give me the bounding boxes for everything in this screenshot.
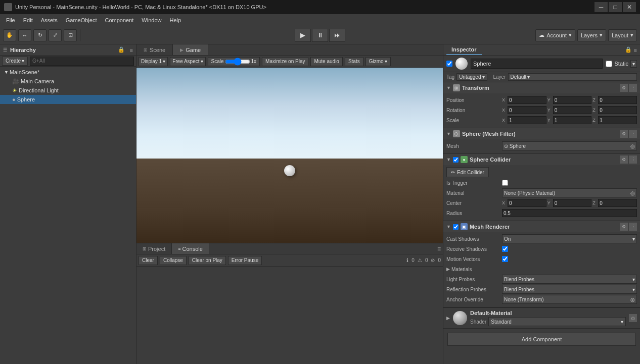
material-shader-dropdown[interactable]: Standard ▾ xyxy=(488,317,626,326)
layers-dropdown[interactable]: Layers ▾ xyxy=(577,29,606,41)
transform-header[interactable]: ▼ ⊞ Transform ⚙ ⋮ xyxy=(443,82,640,93)
hierarchy-item-directionallight[interactable]: ☀ Directional Light xyxy=(0,86,136,95)
tool-move[interactable]: ↔ xyxy=(18,29,31,41)
transform-more-icon[interactable]: ⋮ xyxy=(629,84,637,92)
center-z-input[interactable] xyxy=(598,199,637,207)
object-name-input[interactable] xyxy=(471,59,603,69)
inspector-menu-icon[interactable]: ≡ xyxy=(634,47,637,53)
minimize-button[interactable]: ─ xyxy=(595,2,608,12)
center-y-input[interactable] xyxy=(553,199,592,207)
hierarchy-create-button[interactable]: Create ▾ xyxy=(2,57,28,66)
project-tab[interactable]: ⊞ Project xyxy=(136,243,172,254)
add-component-button[interactable]: Add Component xyxy=(447,333,636,346)
layout-dropdown[interactable]: Layout ▾ xyxy=(608,29,637,41)
tool-rect[interactable]: ⊡ xyxy=(64,29,77,41)
hierarchy-content: ▼ MainScene* 🎥 Main Camera ☀ Directional… xyxy=(0,67,136,364)
pause-button[interactable]: ⏸ xyxy=(312,29,328,42)
menu-gameobject[interactable]: GameObject xyxy=(62,14,101,26)
material-link-button[interactable]: ⊙ xyxy=(629,314,637,322)
transform-settings-icon[interactable]: ⚙ xyxy=(620,84,628,92)
mesh-renderer-settings-icon[interactable]: ⚙ xyxy=(620,223,628,231)
center-x-input[interactable] xyxy=(508,199,546,207)
gizmo-button[interactable]: Gizmo ▾ xyxy=(365,57,391,66)
light-probes-dropdown[interactable]: Blend Probes ▾ xyxy=(502,275,637,284)
menu-help[interactable]: Help xyxy=(165,14,185,26)
rotation-x-input[interactable] xyxy=(508,106,546,114)
position-x-input[interactable] xyxy=(508,96,546,104)
scale-x-input[interactable] xyxy=(508,116,546,124)
hierarchy-search-input[interactable] xyxy=(30,57,134,66)
clear-button[interactable]: Clear xyxy=(139,256,158,265)
rotation-y-input[interactable] xyxy=(553,106,592,114)
scale-z-input[interactable] xyxy=(598,116,637,124)
hierarchy-item-maincamera[interactable]: 🎥 Main Camera xyxy=(0,77,136,86)
mesh-filter-settings-icon[interactable]: ⚙ xyxy=(620,130,628,138)
menu-edit[interactable]: Edit xyxy=(19,14,37,26)
maximize-button[interactable]: □ xyxy=(609,2,622,12)
mesh-renderer-header[interactable]: ▼ ▣ Mesh Renderer ⚙ ⋮ xyxy=(443,221,640,232)
receive-shadows-checkbox[interactable] xyxy=(502,246,508,252)
game-tab[interactable]: ▶ Game xyxy=(173,44,208,55)
menu-component[interactable]: Component xyxy=(101,14,138,26)
bottom-panel-menu-icon[interactable]: ≡ xyxy=(437,245,441,252)
stats-button[interactable]: Stats xyxy=(345,57,363,66)
radius-input[interactable] xyxy=(502,209,637,217)
close-button[interactable]: ✕ xyxy=(623,2,636,12)
menu-file[interactable]: File xyxy=(2,14,19,26)
hierarchy-menu-icon[interactable]: ≡ xyxy=(130,47,133,53)
mesh-filter-more-icon[interactable]: ⋮ xyxy=(629,130,637,138)
center-y-field: Y xyxy=(547,199,592,207)
position-z-input[interactable] xyxy=(598,96,637,104)
console-tab[interactable]: ≡ Console xyxy=(172,243,209,254)
physic-material-dropdown[interactable]: None (Physic Material) ◎ xyxy=(502,188,637,197)
collapse-button[interactable]: Collapse xyxy=(160,256,187,265)
maximize-on-play-button[interactable]: Maximize on Play xyxy=(262,57,308,66)
hierarchy-item-mainscene[interactable]: ▼ MainScene* xyxy=(0,68,136,77)
sphere-collider-enabled-checkbox[interactable] xyxy=(453,157,459,163)
hierarchy-item-sphere[interactable]: ● Sphere xyxy=(0,95,136,104)
menu-assets[interactable]: Assets xyxy=(37,14,62,26)
play-button[interactable]: ▶ xyxy=(295,29,311,42)
layer-dropdown[interactable]: Default ▾ xyxy=(508,73,637,81)
material-section-arrow-icon[interactable]: ▶ xyxy=(446,316,450,321)
static-checkbox[interactable] xyxy=(606,61,612,67)
sphere-collider-more-icon[interactable]: ⋮ xyxy=(629,155,637,164)
error-pause-button[interactable]: Error Pause xyxy=(228,256,262,265)
menu-window[interactable]: Window xyxy=(138,14,165,26)
mute-audio-button[interactable]: Mute audio xyxy=(310,57,342,66)
tool-scale[interactable]: ⤢ xyxy=(49,29,62,41)
account-dropdown[interactable]: ☁ Account ▾ xyxy=(535,29,575,41)
reflection-probes-dropdown[interactable]: Blend Probes ▾ xyxy=(502,285,637,294)
tool-rotate[interactable]: ↻ xyxy=(33,29,47,41)
tag-dropdown[interactable]: Untagged ▾ xyxy=(456,73,487,81)
mesh-renderer-more-icon[interactable]: ⋮ xyxy=(629,223,637,231)
mesh-dropdown[interactable]: ⊙ Sphere ◎ xyxy=(502,141,637,150)
mesh-filter-header[interactable]: ▼ ⬡ Sphere (Mesh Filter) ⚙ ⋮ xyxy=(443,128,640,139)
scale-y-input[interactable] xyxy=(553,116,592,124)
scale-slider[interactable] xyxy=(225,60,250,64)
tool-hand[interactable]: ✋ xyxy=(3,29,16,41)
sphere-collider-header[interactable]: ▼ ● Sphere Collider ⚙ ⋮ xyxy=(443,154,640,165)
mesh-filter-arrow-icon: ▼ xyxy=(446,131,451,136)
anchor-override-dropdown[interactable]: None (Transform) ◎ xyxy=(502,295,637,304)
edit-collider-button[interactable]: ✏ Edit Collider xyxy=(446,167,489,177)
static-dropdown[interactable]: ▾ xyxy=(630,60,637,68)
display-dropdown[interactable]: Display 1 ▾ xyxy=(139,57,168,66)
inspector-lock-icon[interactable]: 🔒 xyxy=(625,46,632,53)
mesh-renderer-enabled-checkbox[interactable] xyxy=(453,224,459,230)
is-trigger-checkbox[interactable] xyxy=(502,180,508,186)
clear-on-play-button[interactable]: Clear on Play xyxy=(189,256,226,265)
sphere-collider-settings-icon[interactable]: ⚙ xyxy=(620,155,628,164)
object-active-checkbox[interactable] xyxy=(446,61,452,67)
position-y-input[interactable] xyxy=(553,96,592,104)
scene-tab[interactable]: ⊞ Scene xyxy=(136,44,173,55)
edit-collider-icon: ✏ xyxy=(451,170,455,175)
aspect-dropdown[interactable]: Free Aspect ▾ xyxy=(170,57,205,66)
inspector-tab-label: Inspector xyxy=(451,46,477,53)
motion-vectors-checkbox[interactable] xyxy=(502,256,508,262)
rotation-z-input[interactable] xyxy=(598,106,637,114)
inspector-tab[interactable]: Inspector xyxy=(446,44,482,55)
hierarchy-lock-icon[interactable]: 🔒 xyxy=(118,46,125,53)
cast-shadows-dropdown[interactable]: On ▾ xyxy=(502,234,637,243)
step-button[interactable]: ⏭ xyxy=(329,29,345,42)
